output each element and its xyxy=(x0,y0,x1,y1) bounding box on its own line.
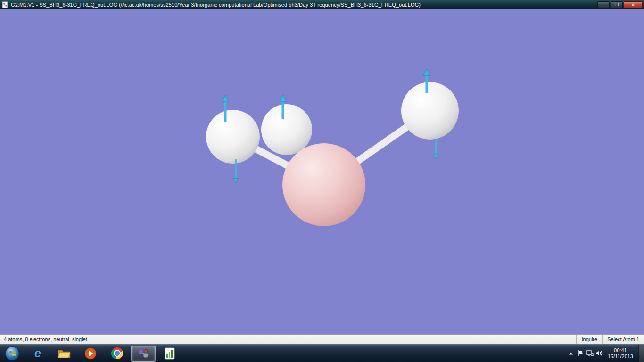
gaussview-icon xyxy=(137,347,149,360)
status-bar: 4 atoms, 8 electrons, neutral, singlet I… xyxy=(0,334,644,344)
system-tray: 00:41 15/11/2013 xyxy=(566,345,644,362)
close-button[interactable]: ✕ xyxy=(624,1,643,8)
molecule-canvas[interactable] xyxy=(0,9,644,334)
title-bar: G2:M1:V1 - SS_BH3_6-31G_FREQ_out.LOG (//… xyxy=(0,0,644,9)
hidden-icons-button[interactable] xyxy=(566,345,576,362)
action-center-flag-icon[interactable] xyxy=(576,345,585,362)
status-select-atom: Select Atom 1 xyxy=(602,335,644,344)
taskbar-item-windows-explorer[interactable] xyxy=(52,346,76,362)
folder-icon xyxy=(58,348,71,359)
start-button[interactable] xyxy=(0,345,25,362)
chevron-up-icon xyxy=(569,352,573,355)
chart-app-icon xyxy=(164,347,175,360)
clock-time: 00:41 xyxy=(608,347,633,354)
clock-date: 15/11/2013 xyxy=(608,354,633,360)
flag-icon xyxy=(577,350,584,357)
taskbar-clock[interactable]: 00:41 15/11/2013 xyxy=(604,347,638,360)
show-desktop-button[interactable] xyxy=(638,345,644,362)
network-icon xyxy=(586,350,594,357)
minimize-button[interactable]: – xyxy=(597,1,610,8)
taskbar-item-chart-app[interactable] xyxy=(157,346,182,362)
chrome-icon xyxy=(111,347,123,359)
taskbar-item-internet-explorer[interactable]: e xyxy=(25,346,50,362)
taskbar: e xyxy=(0,344,644,362)
media-player-icon xyxy=(84,347,97,360)
taskbar-item-media-player[interactable] xyxy=(78,346,103,362)
maximize-button[interactable]: ❐ xyxy=(611,1,623,8)
windows-logo-icon xyxy=(5,346,20,361)
network-status-icon[interactable] xyxy=(585,345,594,362)
window-controls: – ❐ ✕ xyxy=(597,1,643,8)
volume-icon[interactable] xyxy=(594,345,604,362)
gaussview-window-icon xyxy=(2,1,8,8)
internet-explorer-icon: e xyxy=(34,347,41,359)
molecule-viewport[interactable] xyxy=(0,9,644,334)
taskbar-item-gaussview[interactable] xyxy=(131,346,156,362)
speaker-icon xyxy=(595,350,603,357)
window-title: G2:M1:V1 - SS_BH3_6-31G_FREQ_out.LOG (//… xyxy=(11,2,594,8)
taskbar-item-chrome[interactable] xyxy=(105,346,129,362)
status-mode-inquire: Inquire xyxy=(576,335,602,344)
molecule-summary: 4 atoms, 8 electrons, neutral, singlet xyxy=(0,337,576,342)
